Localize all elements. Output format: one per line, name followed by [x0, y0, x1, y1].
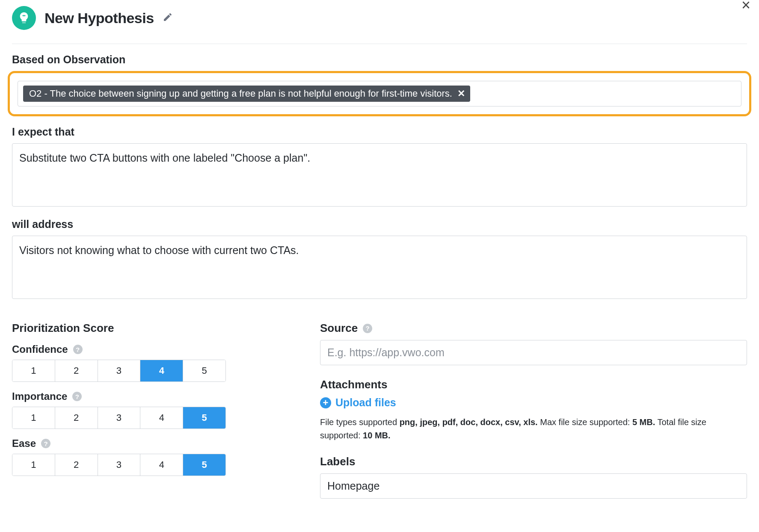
- labels-input[interactable]: [320, 473, 747, 499]
- importance-label: Importance ?: [12, 390, 234, 402]
- importance-option[interactable]: 3: [98, 407, 141, 429]
- confidence-label: Confidence ?: [12, 343, 234, 355]
- confidence-group: 12345: [12, 360, 226, 382]
- prioritization-heading: Prioritization Score: [12, 322, 234, 335]
- confidence-option[interactable]: 4: [140, 360, 183, 381]
- importance-option[interactable]: 2: [55, 407, 98, 429]
- expect-label: I expect that: [12, 126, 747, 138]
- ease-group: 12345: [12, 454, 226, 476]
- importance-group: 12345: [12, 407, 226, 429]
- chip-remove-icon[interactable]: ✕: [457, 88, 465, 99]
- edit-title-icon[interactable]: [163, 12, 173, 24]
- ease-option[interactable]: 2: [55, 454, 98, 476]
- ease-label: Ease ?: [12, 437, 234, 449]
- source-input[interactable]: [320, 340, 747, 365]
- upload-files-button[interactable]: + Upload files: [320, 396, 747, 409]
- address-label: will address: [12, 218, 747, 231]
- attachments-note: File types supported png, jpeg, pdf, doc…: [320, 416, 747, 442]
- lightbulb-icon: [12, 6, 36, 30]
- importance-option[interactable]: 4: [140, 407, 183, 429]
- observation-chip[interactable]: O2 - The choice between signing up and g…: [23, 86, 470, 102]
- help-icon[interactable]: ?: [72, 392, 82, 401]
- confidence-option[interactable]: 1: [12, 360, 55, 381]
- address-input[interactable]: [12, 236, 747, 299]
- expect-input[interactable]: [12, 143, 747, 207]
- observation-highlight: O2 - The choice between signing up and g…: [8, 71, 751, 116]
- ease-option[interactable]: 5: [183, 454, 225, 476]
- help-icon[interactable]: ?: [73, 345, 83, 354]
- prioritization-column: Prioritization Score Confidence ? 12345 …: [12, 312, 234, 499]
- ease-option[interactable]: 4: [140, 454, 183, 476]
- labels-label: Labels: [320, 455, 747, 468]
- page-header: New Hypothesis ×: [12, 6, 747, 44]
- plus-icon: +: [320, 397, 331, 408]
- page-title: New Hypothesis: [44, 10, 154, 27]
- meta-column: Source ? Attachments + Upload files File…: [320, 312, 747, 499]
- close-icon[interactable]: ×: [741, 0, 750, 13]
- ease-option[interactable]: 3: [98, 454, 141, 476]
- attachments-label: Attachments: [320, 378, 747, 391]
- observation-chip-text: O2 - The choice between signing up and g…: [29, 88, 452, 99]
- source-label: Source ?: [320, 322, 747, 335]
- observation-label: Based on Observation: [12, 53, 747, 66]
- help-icon[interactable]: ?: [41, 439, 50, 448]
- upload-files-label: Upload files: [335, 396, 396, 409]
- observation-field[interactable]: O2 - The choice between signing up and g…: [18, 81, 741, 106]
- confidence-option[interactable]: 2: [55, 360, 98, 381]
- confidence-option[interactable]: 5: [183, 360, 225, 381]
- confidence-option[interactable]: 3: [98, 360, 141, 381]
- importance-option[interactable]: 5: [183, 407, 225, 429]
- help-icon[interactable]: ?: [363, 324, 372, 333]
- importance-option[interactable]: 1: [12, 407, 55, 429]
- ease-option[interactable]: 1: [12, 454, 55, 476]
